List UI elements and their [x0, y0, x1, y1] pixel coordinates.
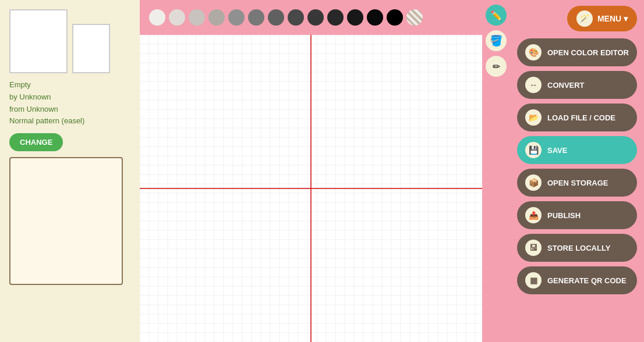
- pencil-icon: ✏️: [490, 10, 502, 21]
- swatch-3[interactable]: [208, 9, 225, 26]
- load-file-label: LOAD FILE / CODE: [547, 113, 615, 122]
- center-canvas: [140, 0, 482, 342]
- swatch-12[interactable]: [387, 9, 403, 26]
- pattern-author: by Unknown: [9, 91, 130, 104]
- convert-icon: ↔: [525, 77, 542, 93]
- save-button[interactable]: 💾 SAVE: [517, 136, 637, 164]
- swatch-7[interactable]: [288, 9, 304, 26]
- right-panel: 🪄 MENU ▾ 🎨 OPEN COLOR EDITOR ↔ CONVERT 📂…: [510, 0, 644, 342]
- store-locally-icon: 🖫: [525, 240, 542, 256]
- publish-label: PUBLISH: [547, 211, 581, 220]
- swatch-stripe[interactable]: [406, 9, 423, 26]
- fill-tool-button[interactable]: 🪣: [486, 30, 507, 51]
- pencil-tool-button[interactable]: ✏️: [486, 5, 507, 26]
- swatch-5[interactable]: [248, 9, 264, 26]
- swatch-10[interactable]: [347, 9, 363, 26]
- swatch-8[interactable]: [307, 9, 324, 26]
- eraser-icon: ✏: [493, 61, 500, 72]
- preview-box-small: [72, 24, 110, 73]
- publish-button[interactable]: 📤 PUBLISH: [517, 201, 637, 229]
- swatch-0[interactable]: [149, 9, 165, 26]
- drawing-canvas[interactable]: [140, 35, 482, 342]
- menu-icon: 🪄: [576, 10, 593, 27]
- menu-label: MENU ▾: [597, 14, 628, 23]
- publish-icon: 📤: [525, 207, 542, 223]
- store-locally-button[interactable]: 🖫 STORE LOCALLY: [517, 234, 637, 262]
- swatch-2[interactable]: [189, 9, 205, 26]
- generate-qr-label: GENERATE QR CODE: [547, 276, 627, 285]
- swatch-11[interactable]: [367, 9, 383, 26]
- tools-sidebar: ✏️ 🪣 ✏: [482, 0, 510, 342]
- preview-box-large: [9, 9, 68, 73]
- menu-button[interactable]: 🪄 MENU ▾: [567, 6, 637, 31]
- load-file-button[interactable]: 📂 LOAD FILE / CODE: [517, 104, 637, 131]
- pattern-type: Normal pattern (easel): [9, 115, 130, 127]
- swatch-9[interactable]: [327, 9, 344, 26]
- store-locally-label: STORE LOCALLY: [547, 244, 610, 252]
- storage-icon: 📦: [525, 174, 542, 191]
- open-color-editor-label: OPEN COLOR EDITOR: [547, 48, 629, 57]
- qr-code-icon: ▦: [525, 272, 542, 288]
- color-palette-bar: [140, 0, 482, 35]
- convert-button[interactable]: ↔ CONVERT: [517, 71, 637, 99]
- save-label: SAVE: [547, 146, 567, 155]
- convert-label: CONVERT: [547, 81, 585, 90]
- color-editor-icon: 🎨: [525, 44, 542, 60]
- swatch-4[interactable]: [228, 9, 245, 26]
- bottom-preview-box: [9, 157, 123, 285]
- pattern-info: Empty by Unknown from Unknown Normal pat…: [9, 79, 130, 127]
- change-button[interactable]: CHANGE: [9, 133, 63, 151]
- swatch-1[interactable]: [169, 9, 185, 26]
- swatch-6[interactable]: [268, 9, 284, 26]
- load-file-icon: 📂: [525, 109, 542, 126]
- generate-qr-button[interactable]: ▦ GENERATE QR CODE: [517, 266, 637, 294]
- save-icon: 💾: [525, 142, 542, 158]
- fill-icon: 🪣: [490, 34, 503, 47]
- pattern-source: from Unknown: [9, 104, 130, 116]
- left-panel: Empty by Unknown from Unknown Normal pat…: [0, 0, 140, 342]
- eraser-tool-button[interactable]: ✏: [486, 56, 507, 77]
- open-color-editor-button[interactable]: 🎨 OPEN COLOR EDITOR: [517, 38, 637, 66]
- pattern-title: Empty: [9, 79, 130, 91]
- open-storage-button[interactable]: 📦 OPEN STORAGE: [517, 169, 637, 197]
- open-storage-label: OPEN STORAGE: [547, 179, 608, 187]
- pattern-preview: [9, 9, 130, 73]
